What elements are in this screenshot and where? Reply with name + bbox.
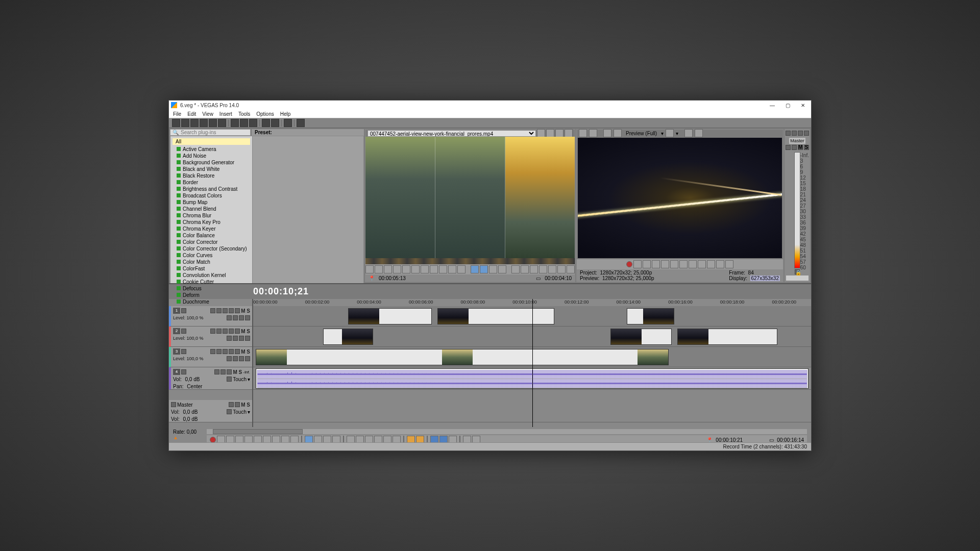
trim-play-icon[interactable] <box>375 265 383 273</box>
trim-loop-icon[interactable] <box>365 265 374 273</box>
plugin-search[interactable]: 🔍 <box>170 129 251 136</box>
plugin-item[interactable]: Brightness and Contrast <box>170 186 252 192</box>
prev-save-icon[interactable] <box>695 129 703 137</box>
menu-help[interactable]: Help <box>280 111 291 117</box>
plugin-item[interactable]: Cookie Cutter <box>170 279 252 285</box>
open-icon[interactable] <box>181 119 189 127</box>
help-icon[interactable] <box>297 119 305 127</box>
plugin-item[interactable]: Border <box>170 179 252 186</box>
mixer-m-icon[interactable]: M <box>798 145 803 150</box>
copy-icon[interactable] <box>240 119 248 127</box>
trimmer-x-icon[interactable] <box>555 129 564 137</box>
plugin-item[interactable]: Chroma Key Pro <box>170 219 252 226</box>
mixer-lock-icon[interactable]: 🔒 <box>795 269 800 274</box>
mixer-auto-icon[interactable] <box>792 145 797 150</box>
redo-icon[interactable] <box>271 119 279 127</box>
trim-end-icon[interactable] <box>421 265 429 273</box>
prev-nextf-icon[interactable] <box>725 260 733 268</box>
trim-pause-icon[interactable] <box>393 265 401 273</box>
menu-file[interactable]: File <box>173 111 181 117</box>
render-icon[interactable] <box>200 119 208 127</box>
plugin-item[interactable]: Chroma Blur <box>170 212 252 219</box>
menu-edit[interactable]: Edit <box>187 111 196 117</box>
clip[interactable] <box>256 349 669 365</box>
mixer-dim-icon[interactable] <box>786 131 791 136</box>
prev-play-icon[interactable] <box>652 260 660 268</box>
save-icon[interactable] <box>190 119 199 127</box>
menu-view[interactable]: View <box>202 111 213 117</box>
clip[interactable] <box>437 308 555 324</box>
trim-more-icon[interactable] <box>567 265 575 273</box>
mixer-props-icon[interactable] <box>792 131 797 136</box>
prev-playstart-icon[interactable] <box>643 260 651 268</box>
new-icon[interactable] <box>172 119 180 127</box>
snap-icon[interactable] <box>284 119 292 127</box>
clip[interactable] <box>323 329 373 345</box>
trim-split-icon[interactable] <box>548 265 556 273</box>
prev-copy-icon[interactable] <box>684 129 693 137</box>
prev-stop-icon[interactable] <box>670 260 678 268</box>
mixer-fx-icon[interactable] <box>786 145 791 150</box>
menu-tools[interactable]: Tools <box>238 111 250 117</box>
mixer-scroll[interactable] <box>786 276 808 281</box>
plugin-item[interactable]: Broadcast Colors <box>170 192 252 199</box>
mixer-s-icon[interactable]: S <box>804 145 809 150</box>
plugin-item[interactable]: Color Balance <box>170 232 252 239</box>
trimmer-fx-icon[interactable] <box>546 129 554 137</box>
dropdown-icon[interactable]: ▾ <box>676 131 678 136</box>
trim-prev-icon[interactable] <box>430 265 438 273</box>
prev-props-icon[interactable] <box>579 129 587 137</box>
trim-nextf-icon[interactable] <box>457 265 465 273</box>
plugin-item[interactable]: Color Corrector (Secondary) <box>170 245 252 252</box>
trim-mode1-icon[interactable] <box>471 265 479 273</box>
prev-start-icon[interactable] <box>679 260 688 268</box>
plugin-item[interactable]: Color Curves <box>170 252 252 259</box>
plugin-item[interactable]: Black Restore <box>170 172 252 179</box>
trim-start-icon[interactable] <box>411 265 420 273</box>
trim-mode2-icon[interactable] <box>480 265 488 273</box>
undo-icon[interactable] <box>262 119 270 127</box>
plugin-tree[interactable]: All Active CameraAdd NoiseBackground Gen… <box>170 136 252 307</box>
plugin-item[interactable]: Defocus <box>170 285 252 292</box>
paste-icon[interactable] <box>249 119 257 127</box>
prev-ext-icon[interactable] <box>589 129 597 137</box>
timeline-hscroll[interactable] <box>207 429 807 434</box>
maximize-button[interactable]: ▢ <box>781 101 794 109</box>
trim-fx2-icon[interactable] <box>557 265 566 273</box>
prev-next-icon[interactable] <box>707 260 715 268</box>
plugin-item[interactable]: Chroma Keyer <box>170 226 252 232</box>
trim-next-icon[interactable] <box>439 265 447 273</box>
plugin-item[interactable]: Background Generator <box>170 159 252 166</box>
clip[interactable] <box>610 329 672 345</box>
menu-insert[interactable]: Insert <box>219 111 232 117</box>
trim-mode4-icon[interactable] <box>498 265 506 273</box>
dropdown-icon[interactable]: ▾ <box>661 131 664 136</box>
cut-icon[interactable] <box>231 119 239 127</box>
prev-prevf-icon[interactable] <box>716 260 724 268</box>
plugin-item[interactable]: Color Corrector <box>170 239 252 245</box>
trim-mode3-icon[interactable] <box>489 265 497 273</box>
trim-save-icon[interactable] <box>521 265 529 273</box>
search-input[interactable] <box>181 130 242 135</box>
plugin-item[interactable]: ColorFast <box>170 265 252 272</box>
mixer-out-icon[interactable] <box>798 131 803 136</box>
track-header-v2[interactable]: 2M S Level: 100,0 % <box>169 327 252 347</box>
clip[interactable] <box>627 308 674 324</box>
plugin-root[interactable]: All <box>173 138 250 145</box>
properties-icon[interactable] <box>209 119 217 127</box>
plugin-item[interactable]: Black and White <box>170 166 252 172</box>
prev-loop-icon[interactable] <box>633 260 642 268</box>
prev-pause-icon[interactable] <box>661 260 669 268</box>
timeline-tracks[interactable]: 00:00:00:0000:00:02:0000:00:04:0000:00:0… <box>253 299 811 427</box>
preview-mode[interactable]: Preview (Full) <box>624 131 659 136</box>
clip[interactable] <box>348 308 432 324</box>
plugin-item[interactable]: Duochrome <box>170 298 252 305</box>
trim-add-icon[interactable] <box>511 265 520 273</box>
trim-playall-icon[interactable] <box>384 265 392 273</box>
prev-split-icon[interactable] <box>614 129 622 137</box>
minimize-button[interactable]: — <box>766 101 778 109</box>
prev-prev-icon[interactable] <box>698 260 706 268</box>
track-header-v1[interactable]: 1M S Level: 100,0 % <box>169 306 252 327</box>
prev-end-icon[interactable] <box>689 260 697 268</box>
trim-prevf-icon[interactable] <box>448 265 456 273</box>
